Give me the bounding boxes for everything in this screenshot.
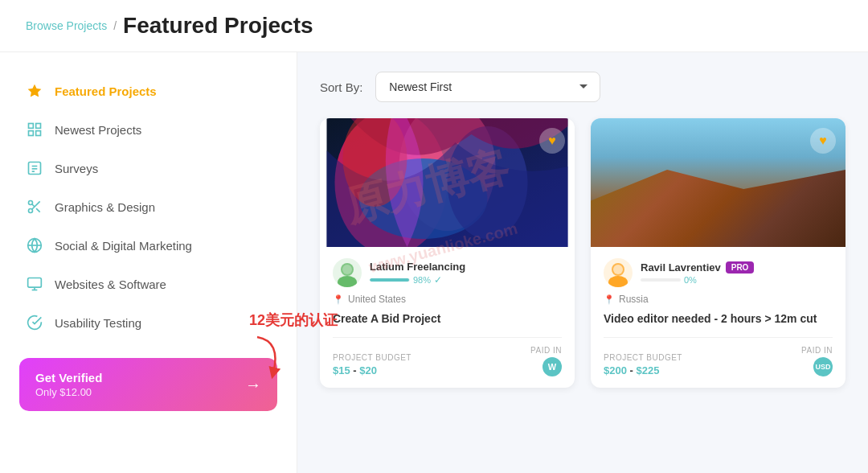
sidebar-item-featured-projects[interactable]: Featured Projects <box>0 72 297 110</box>
svg-rect-3 <box>36 131 41 136</box>
sidebar-item-label: Usability Testing <box>55 316 141 330</box>
paid-icon-1: W <box>542 357 562 376</box>
svg-line-11 <box>36 208 40 212</box>
location-text-1: United States <box>348 294 406 305</box>
rating-bar-outer-2 <box>641 278 681 282</box>
avatar-1 <box>333 258 362 287</box>
svg-point-9 <box>29 209 33 213</box>
get-verified-text: Get Verified Only $12.00 <box>35 371 102 398</box>
svg-point-31 <box>613 265 623 274</box>
globe-icon <box>26 236 43 254</box>
main-container: Featured Projects Newest Projects Survey… <box>0 52 868 473</box>
sidebar-item-surveys[interactable]: Surveys <box>0 149 297 187</box>
card-body-1: Latium Freelancing 98% ✓ 📍 <box>320 247 575 388</box>
star-icon <box>26 82 43 100</box>
svg-line-12 <box>32 204 35 207</box>
page-title: Featured Projects <box>123 13 313 39</box>
paid-col-2: PAID IN USD <box>801 346 833 376</box>
user-info-1: Latium Freelancing 98% ✓ <box>370 261 562 286</box>
user-info-2: Ravil Lavrentiev PRO 0% <box>641 261 833 285</box>
project-card-2[interactable]: ♥ R <box>591 118 845 388</box>
breadcrumb-sep: / <box>113 19 117 32</box>
paid-label-1: PAID IN <box>530 346 562 355</box>
sidebar-item-graphics-design[interactable]: Graphics & Design <box>0 187 297 226</box>
rating-bar-inner-1 <box>370 278 409 282</box>
card-image-2: ♥ <box>591 118 845 247</box>
arrow-right-icon: → <box>245 376 261 394</box>
heart-icon-2[interactable]: ♥ <box>810 128 836 154</box>
card-user-row-1: Latium Freelancing 98% ✓ <box>333 258 562 287</box>
location-pin-icon-2: 📍 <box>604 294 615 305</box>
verified-checkmark-1: ✓ <box>434 274 442 286</box>
sidebar-item-label: Graphics & Design <box>55 200 155 214</box>
get-verified-line2: Only $12.00 <box>35 386 102 398</box>
project-title-1: Create A Bid Project <box>333 311 562 327</box>
sidebar: Featured Projects Newest Projects Survey… <box>0 52 297 473</box>
sort-bar: Sort By: Newest First Oldest First Budge… <box>320 72 845 102</box>
monitor-icon <box>26 275 43 293</box>
sidebar-item-websites-software[interactable]: Websites & Software <box>0 265 297 303</box>
rating-percent-2: 0% <box>684 275 697 285</box>
rating-bar-outer-1 <box>370 278 410 282</box>
get-verified-line1: Get Verified <box>35 371 102 385</box>
sidebar-item-label: Websites & Software <box>55 278 166 291</box>
get-verified-button[interactable]: Get Verified Only $12.00 → <box>19 358 277 411</box>
heart-icon-1[interactable]: ♥ <box>539 128 565 154</box>
card-footer-1: PROJECT BUDGET $15 - $20 PAID IN W <box>333 337 562 376</box>
user-name-2: Ravil Lavrentiev <box>641 261 721 274</box>
sidebar-item-label: Social & Digital Marketing <box>55 239 192 253</box>
location-text-2: Russia <box>619 294 649 305</box>
sort-by-label: Sort By: <box>320 80 362 94</box>
breadcrumb-link[interactable]: Browse Projects <box>26 19 107 32</box>
content-area: Sort By: Newest First Oldest First Budge… <box>297 52 868 473</box>
paid-label-2: PAID IN <box>801 346 833 355</box>
budget-label-2: PROJECT BUDGET <box>604 353 682 362</box>
project-title-2: Video editor needed - 2 hours > 12m cut <box>604 311 833 327</box>
svg-point-27 <box>342 265 352 274</box>
grid-icon <box>26 121 43 138</box>
card-image-1: ♥ <box>320 118 575 247</box>
header: Browse Projects / Featured Projects <box>0 0 868 52</box>
sidebar-item-usability-testing[interactable]: Usability Testing <box>0 303 297 342</box>
sort-select[interactable]: Newest First Oldest First Budget: Low to… <box>375 72 600 102</box>
sidebar-item-social-digital-marketing[interactable]: Social & Digital Marketing <box>0 226 297 265</box>
paid-icon-2: USD <box>813 357 833 376</box>
budget-range-1: $15 - $20 <box>333 364 411 376</box>
budget-label-1: PROJECT BUDGET <box>333 353 411 362</box>
sidebar-item-label: Newest Projects <box>55 123 141 137</box>
card-user-row-2: Ravil Lavrentiev PRO 0% <box>604 258 833 287</box>
card-footer-2: PROJECT BUDGET $200 - $225 PAID IN USD <box>604 337 833 376</box>
sidebar-item-label: Surveys <box>55 162 98 175</box>
check-icon <box>26 314 43 331</box>
svg-rect-15 <box>28 278 42 288</box>
avatar-2 <box>604 258 633 287</box>
location-row-2: 📍 Russia <box>604 294 833 305</box>
location-pin-icon-1: 📍 <box>333 294 344 305</box>
budget-range-2: $200 - $225 <box>604 364 682 376</box>
svg-rect-1 <box>36 124 41 129</box>
pro-badge-2: PRO <box>726 261 755 274</box>
budget-col-1: PROJECT BUDGET $15 - $20 <box>333 353 411 376</box>
svg-rect-0 <box>29 124 34 129</box>
location-row-1: 📍 United States <box>333 294 562 305</box>
user-rating-1: 98% ✓ <box>370 274 562 286</box>
budget-col-2: PROJECT BUDGET $200 - $225 <box>604 353 682 376</box>
list-icon <box>26 159 43 177</box>
user-name-1: Latium Freelancing <box>370 261 562 273</box>
rating-percent-1: 98% <box>413 275 431 285</box>
sidebar-item-label: Featured Projects <box>55 84 157 98</box>
cards-grid: ♥ Latium Freelancing <box>320 118 845 388</box>
scissors-icon <box>26 198 43 216</box>
paid-col-1: PAID IN W <box>530 346 562 376</box>
project-card-1[interactable]: ♥ Latium Freelancing <box>320 118 575 388</box>
user-rating-2: 0% <box>641 275 833 285</box>
svg-point-8 <box>29 201 33 205</box>
svg-rect-2 <box>29 131 34 136</box>
card-body-2: Ravil Lavrentiev PRO 0% <box>591 247 845 388</box>
sidebar-item-newest-projects[interactable]: Newest Projects <box>0 110 297 149</box>
